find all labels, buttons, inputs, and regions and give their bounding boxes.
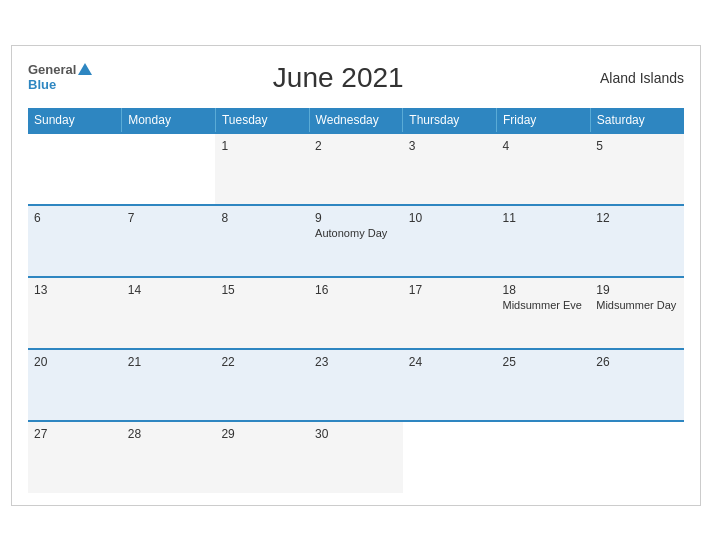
day-number: 22 (221, 355, 303, 369)
day-number: 26 (596, 355, 678, 369)
day-number: 24 (409, 355, 491, 369)
day-cell: 11 (497, 205, 591, 277)
logo: General Blue (28, 63, 92, 92)
day-cell (497, 421, 591, 493)
day-number: 13 (34, 283, 116, 297)
day-cell: 10 (403, 205, 497, 277)
day-cell: 16 (309, 277, 403, 349)
logo-blue-text: Blue (28, 77, 92, 92)
day-cell: 30 (309, 421, 403, 493)
calendar-title: June 2021 (92, 62, 584, 94)
day-cell: 14 (122, 277, 216, 349)
day-number: 19 (596, 283, 678, 297)
day-cell: 15 (215, 277, 309, 349)
day-number: 27 (34, 427, 116, 441)
day-number: 30 (315, 427, 397, 441)
day-cell: 6 (28, 205, 122, 277)
day-number: 1 (221, 139, 303, 153)
header-friday: Friday (497, 108, 591, 133)
day-cell (403, 421, 497, 493)
day-cell: 3 (403, 133, 497, 205)
day-cell: 26 (590, 349, 684, 421)
day-number: 20 (34, 355, 116, 369)
week-row-1: 12345 (28, 133, 684, 205)
week-row-3: 131415161718Midsummer Eve19Midsummer Day (28, 277, 684, 349)
day-cell: 20 (28, 349, 122, 421)
day-cell: 24 (403, 349, 497, 421)
day-cell: 17 (403, 277, 497, 349)
day-cell: 19Midsummer Day (590, 277, 684, 349)
day-number: 4 (503, 139, 585, 153)
calendar-grid: Sunday Monday Tuesday Wednesday Thursday… (28, 108, 684, 493)
day-number: 18 (503, 283, 585, 297)
day-cell: 5 (590, 133, 684, 205)
day-number: 11 (503, 211, 585, 225)
day-number: 2 (315, 139, 397, 153)
header-sunday: Sunday (28, 108, 122, 133)
day-number: 5 (596, 139, 678, 153)
day-number: 3 (409, 139, 491, 153)
day-cell (122, 133, 216, 205)
day-event: Midsummer Day (596, 299, 678, 311)
day-cell: 23 (309, 349, 403, 421)
day-cell: 25 (497, 349, 591, 421)
day-cell: 18Midsummer Eve (497, 277, 591, 349)
day-number: 6 (34, 211, 116, 225)
day-cell: 4 (497, 133, 591, 205)
day-cell: 13 (28, 277, 122, 349)
day-cell: 9Autonomy Day (309, 205, 403, 277)
day-cell: 28 (122, 421, 216, 493)
header-wednesday: Wednesday (309, 108, 403, 133)
day-cell: 1 (215, 133, 309, 205)
day-cell (28, 133, 122, 205)
logo-triangle-icon (78, 63, 92, 75)
calendar-header: General Blue June 2021 Aland Islands (28, 62, 684, 94)
day-cell: 21 (122, 349, 216, 421)
header-saturday: Saturday (590, 108, 684, 133)
day-number: 15 (221, 283, 303, 297)
day-number: 9 (315, 211, 397, 225)
day-number: 16 (315, 283, 397, 297)
day-cell: 12 (590, 205, 684, 277)
day-number: 12 (596, 211, 678, 225)
day-cell: 22 (215, 349, 309, 421)
week-row-5: 27282930 (28, 421, 684, 493)
header-thursday: Thursday (403, 108, 497, 133)
day-number: 25 (503, 355, 585, 369)
day-number: 17 (409, 283, 491, 297)
calendar-container: General Blue June 2021 Aland Islands Sun… (11, 45, 701, 506)
weekday-header-row: Sunday Monday Tuesday Wednesday Thursday… (28, 108, 684, 133)
day-number: 7 (128, 211, 210, 225)
day-cell: 27 (28, 421, 122, 493)
day-cell: 7 (122, 205, 216, 277)
logo-general-text: General (28, 63, 76, 77)
day-number: 29 (221, 427, 303, 441)
day-cell: 29 (215, 421, 309, 493)
region-label: Aland Islands (584, 70, 684, 86)
day-number: 14 (128, 283, 210, 297)
day-number: 8 (221, 211, 303, 225)
week-row-4: 20212223242526 (28, 349, 684, 421)
day-number: 23 (315, 355, 397, 369)
day-cell: 8 (215, 205, 309, 277)
header-tuesday: Tuesday (215, 108, 309, 133)
day-number: 10 (409, 211, 491, 225)
day-event: Midsummer Eve (503, 299, 585, 311)
day-number: 28 (128, 427, 210, 441)
header-monday: Monday (122, 108, 216, 133)
day-cell: 2 (309, 133, 403, 205)
week-row-2: 6789Autonomy Day101112 (28, 205, 684, 277)
day-cell (590, 421, 684, 493)
day-number: 21 (128, 355, 210, 369)
day-event: Autonomy Day (315, 227, 397, 239)
